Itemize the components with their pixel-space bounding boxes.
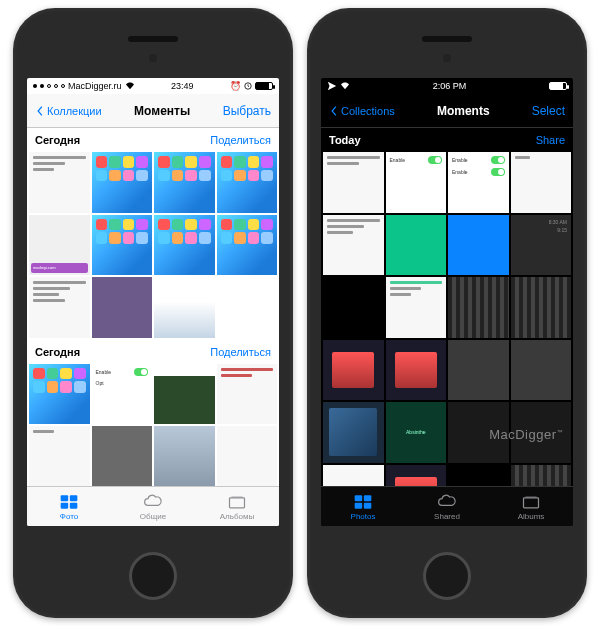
photo-thumbnail[interactable] <box>386 340 447 401</box>
home-button[interactable] <box>129 552 177 600</box>
photo-thumbnail[interactable] <box>154 277 215 338</box>
photo-thumbnail[interactable] <box>154 152 215 213</box>
svg-rect-7 <box>355 495 363 501</box>
section-header: Сегодня Поделиться <box>27 128 279 152</box>
select-button[interactable]: Выбрать <box>223 104 271 118</box>
battery-icon <box>549 82 567 90</box>
photo-thumbnail[interactable] <box>29 277 90 338</box>
back-button[interactable]: Collections <box>329 105 395 117</box>
photos-icon <box>353 493 373 511</box>
photo-thumbnail[interactable]: YOUR BUSINESS <box>154 364 215 425</box>
tab-label: Альбомы <box>220 512 254 521</box>
photos-icon <box>59 493 79 511</box>
tab-photos[interactable]: Фото <box>27 487 111 526</box>
section-header: Сегодня Поделиться <box>27 340 279 364</box>
photo-thumbnail[interactable] <box>323 152 384 213</box>
section-date: Сегодня <box>35 134 80 146</box>
tab-photos[interactable]: Photos <box>321 487 405 526</box>
svg-rect-8 <box>364 495 372 501</box>
photo-thumbnail[interactable] <box>323 215 384 276</box>
svg-rect-3 <box>61 502 68 508</box>
photo-thumbnail[interactable] <box>92 277 153 338</box>
photo-thumbnail[interactable] <box>217 364 278 425</box>
statusbar: MacDigger.ru 23:49 ⏰ <box>27 78 279 94</box>
share-button[interactable]: Поделиться <box>210 346 271 358</box>
wifi-icon <box>340 82 350 90</box>
clock: 23:49 <box>171 81 194 91</box>
photo-thumbnail[interactable] <box>154 426 215 486</box>
photo-thumbnail[interactable] <box>448 215 509 276</box>
content[interactable]: Сегодня Поделиться modmyi.com Сегодня По… <box>27 128 279 486</box>
tab-shared[interactable]: Shared <box>405 487 489 526</box>
cloud-icon <box>437 493 457 511</box>
tab-albums[interactable]: Альбомы <box>195 487 279 526</box>
tab-shared[interactable]: Общие <box>111 487 195 526</box>
cloud-icon <box>143 493 163 511</box>
svg-rect-11 <box>524 497 539 507</box>
select-button[interactable]: Select <box>532 104 565 118</box>
content[interactable]: Today Share Enable EnableEnable 8:30 AM9… <box>321 128 573 486</box>
photo-thumbnail[interactable] <box>448 465 509 487</box>
section-date: Today <box>329 134 361 146</box>
carrier-label: MacDigger.ru <box>68 81 122 91</box>
photo-thumbnail[interactable] <box>511 152 572 213</box>
photo-thumbnail[interactable] <box>29 364 90 425</box>
photo-thumbnail[interactable] <box>386 402 447 463</box>
share-button[interactable]: Поделиться <box>210 134 271 146</box>
photo-thumbnail[interactable] <box>92 152 153 213</box>
tab-albums[interactable]: Albums <box>489 487 573 526</box>
photo-thumbnail[interactable] <box>92 215 153 276</box>
svg-rect-4 <box>70 502 78 508</box>
share-button[interactable]: Share <box>536 134 565 146</box>
photo-thumbnail[interactable] <box>323 277 384 338</box>
photo-thumbnail[interactable]: EnableOpt <box>92 364 153 425</box>
photo-thumbnail[interactable] <box>511 402 572 463</box>
photo-thumbnail[interactable] <box>29 426 90 486</box>
clock: 2:06 PM <box>433 81 467 91</box>
photo-thumbnail[interactable] <box>217 426 278 486</box>
photo-thumbnail[interactable] <box>448 340 509 401</box>
photo-thumbnail[interactable] <box>92 426 153 486</box>
photo-thumbnail[interactable] <box>386 465 447 487</box>
section-header: Today Share <box>321 128 573 152</box>
chevron-left-icon <box>329 106 339 116</box>
svg-rect-12 <box>525 496 537 498</box>
photo-thumbnail[interactable]: modmyi.com <box>29 215 90 276</box>
navbar: Collections Moments Select <box>321 94 573 128</box>
photo-thumbnail[interactable] <box>323 402 384 463</box>
photo-thumbnail[interactable] <box>511 277 572 338</box>
back-label: Коллекции <box>47 105 102 117</box>
photo-thumbnail[interactable]: Enable <box>386 152 447 213</box>
photo-thumbnail[interactable] <box>448 277 509 338</box>
page-title: Моменты <box>134 104 190 118</box>
photo-thumbnail[interactable] <box>511 340 572 401</box>
tab-label: Общие <box>140 512 166 521</box>
screen-dark: 2:06 PM Collections Moments Select Today… <box>321 78 573 526</box>
photo-thumbnail[interactable] <box>154 215 215 276</box>
albums-icon <box>227 493 247 511</box>
photo-thumbnail[interactable] <box>448 402 509 463</box>
photo-thumbnail[interactable] <box>217 215 278 276</box>
svg-rect-5 <box>230 497 245 507</box>
photo-thumbnail[interactable] <box>386 277 447 338</box>
navbar: Коллекции Моменты Выбрать <box>27 94 279 128</box>
photo-grid: modmyi.com <box>27 152 279 340</box>
tab-label: Фото <box>60 512 78 521</box>
back-button[interactable]: Коллекции <box>35 105 102 117</box>
photo-thumbnail[interactable] <box>386 215 447 276</box>
photo-thumbnail[interactable]: EnableEnable <box>448 152 509 213</box>
back-label: Collections <box>341 105 395 117</box>
tabbar: Фото Общие Альбомы <box>27 486 279 526</box>
photo-thumbnail[interactable]: 8:30 AM9:15 <box>511 215 572 276</box>
tab-label: Photos <box>351 512 376 521</box>
home-button[interactable] <box>423 552 471 600</box>
svg-rect-9 <box>355 502 363 508</box>
photo-thumbnail[interactable] <box>511 465 572 487</box>
tab-label: Albums <box>518 512 545 521</box>
alarm-icon: ⏰ <box>230 81 241 91</box>
photo-thumbnail[interactable] <box>29 152 90 213</box>
battery-icon <box>255 82 273 90</box>
photo-thumbnail[interactable] <box>217 152 278 213</box>
photo-thumbnail[interactable] <box>323 465 384 487</box>
photo-thumbnail[interactable] <box>323 340 384 401</box>
